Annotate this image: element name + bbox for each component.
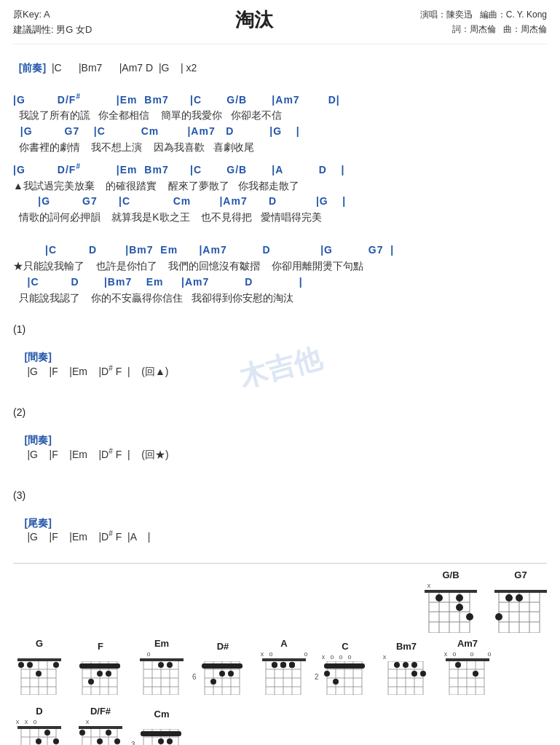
- numbered-section-1: (1) [間奏] |G |F |Em |D# F | (回▲): [13, 323, 547, 390]
- chord-diagram-dfsharp: D/F# x: [74, 706, 127, 745]
- lyric-composer-line: 詞：周杰倫 曲：周杰倫: [416, 22, 547, 36]
- svg-point-158: [97, 738, 103, 744]
- chord-name-gb: G/B: [442, 569, 459, 580]
- svg-point-23: [516, 594, 523, 602]
- chord-diagram-g: G: [13, 638, 66, 697]
- svg-point-24: [505, 594, 513, 602]
- svg-point-119: [411, 671, 417, 677]
- svg-point-36: [27, 662, 33, 668]
- svg-point-120: [403, 662, 409, 668]
- svg-point-75: [219, 671, 225, 677]
- numbered-section-3: (3) [尾奏] |G |F |Em |D# F |A |: [13, 489, 547, 555]
- chord-diagram-dsharp: D# 6: [197, 641, 249, 697]
- chord-diagram-d: D x x o: [13, 706, 66, 745]
- chord-diagram-bm7: Bm7 x: [380, 641, 433, 697]
- g7-string-markers: [494, 582, 547, 589]
- num-label-1: (1): [13, 323, 547, 335]
- svg-rect-49: [79, 663, 120, 669]
- num-label-3: (3): [13, 489, 547, 501]
- chord-line-1: |G D/F# |Em Bm7 |C G/B |Am7 D|: [13, 91, 547, 108]
- lyric-line-6: 只能說我認了 你的不安贏得你信住 我卻得到你安慰的淘汰: [13, 290, 547, 306]
- svg-point-172: [167, 738, 173, 744]
- chord-line-6: |C D |Bm7 Em |Am7 D |: [13, 275, 547, 290]
- svg-point-76: [228, 671, 234, 677]
- lyric-line-4: 情歌的詞何必押韻 就算我是K歌之王 也不見得把 愛情唱得完美: [13, 209, 547, 225]
- interlude-label-1: [間奏]: [25, 351, 52, 363]
- svg-point-37: [36, 671, 42, 677]
- key-info: 原Key: A 建議調性: 男G 女D: [13, 7, 92, 38]
- svg-rect-170: [141, 731, 181, 736]
- section-1: |G D/F# |Em Bm7 |C G/B |Am7 D| 我說了所有的謊 你…: [13, 91, 547, 155]
- num-content-3: [尾奏] |G |F |Em |D# F |A |: [13, 505, 547, 555]
- chord-diagram-c: C x o o o 2: [319, 641, 371, 697]
- chord-diagrams: G/B x: [13, 563, 547, 745]
- svg-rect-74: [202, 663, 242, 669]
- svg-point-93: [280, 662, 286, 668]
- svg-point-52: [88, 679, 94, 685]
- svg-point-106: [324, 671, 330, 677]
- svg-point-12: [456, 604, 463, 611]
- chord-line-3: |G D/F# |Em Bm7 |C G/B |A D |: [13, 161, 547, 178]
- num-content-2: [間奏] |G |F |Em |D# F | (回★): [13, 422, 547, 473]
- svg-point-143: [44, 730, 50, 736]
- outro-label: [尾奏]: [25, 517, 52, 529]
- header: 原Key: A 建議調性: 男G 女D 淘汰 演唱：陳奕迅 編曲：C. Y. K…: [13, 7, 547, 38]
- svg-point-156: [79, 730, 85, 736]
- chord-diagram-cm: Cm 3: [135, 709, 188, 745]
- lyric-line-2: 你書裡的劇情 我不想上演 因為我喜歡 喜劇收尾: [13, 139, 547, 155]
- chord-diagram-a: A x o o: [258, 638, 310, 697]
- interlude-label-2: [間奏]: [25, 434, 52, 446]
- svg-point-133: [473, 671, 478, 677]
- lyric-line-5: ★只能說我輸了 也許是你怕了 我們的回憶沒有皺摺 你卻用離開燙下句點: [13, 258, 547, 274]
- g7-grid: [494, 593, 547, 633]
- num-content-1: [間奏] |G |F |Em |D# F | (回▲): [13, 339, 547, 390]
- suggested-key: 建議調性: 男G 女D: [13, 23, 92, 38]
- svg-point-38: [53, 662, 59, 668]
- svg-point-63: [167, 662, 173, 668]
- song-title: 淘汰: [92, 7, 416, 33]
- svg-point-144: [36, 738, 42, 744]
- svg-point-62: [158, 662, 164, 668]
- chord-diagram-f: F: [74, 641, 127, 697]
- svg-point-50: [97, 671, 103, 677]
- numbered-section-2: (2) [間奏] |G |F |Em |D# F | (回★): [13, 406, 547, 473]
- svg-point-35: [18, 662, 24, 668]
- svg-point-132: [455, 662, 461, 668]
- intro-label: [前奏]: [19, 62, 46, 74]
- svg-point-10: [435, 594, 443, 602]
- original-key: 原Key: A: [13, 7, 92, 23]
- chord-name-g7: G7: [514, 569, 527, 580]
- svg-point-11: [456, 594, 463, 602]
- svg-point-13: [466, 613, 473, 620]
- svg-point-122: [420, 671, 426, 677]
- svg-rect-105: [324, 663, 365, 669]
- chord-line-4: |G G7 |C Cm |Am7 D |G |: [13, 194, 547, 209]
- svg-point-159: [114, 738, 120, 744]
- credits: 演唱：陳奕迅 編曲：C. Y. Kong 詞：周杰倫 曲：周杰倫: [416, 7, 547, 37]
- header-separator: [13, 44, 547, 44]
- chord-diagrams-bottom-row: G: [13, 638, 547, 745]
- svg-point-77: [210, 679, 216, 685]
- lyric-line-1: 我說了所有的謊 你全都相信 簡單的我愛你 你卻老不信: [13, 107, 547, 123]
- chord-diagram-em: Em o: [135, 638, 188, 697]
- svg-point-171: [158, 738, 164, 744]
- chord-diagram-g7: G7: [494, 569, 547, 635]
- svg-point-25: [495, 613, 502, 620]
- intro-line: [前奏] |C |Bm7 |Am7 D |G | x2: [13, 50, 547, 75]
- chord-diagrams-top-row: G/B x: [13, 569, 547, 635]
- lyric-line-3: ▲我試過完美放棄 的確很踏實 醒來了夢散了 你我都走散了: [13, 178, 547, 194]
- singer-line: 演唱：陳奕迅 編曲：C. Y. Kong: [416, 7, 547, 22]
- gb-string-markers: x: [425, 582, 477, 589]
- chord-diagram-am7: Am7 x o o o: [441, 638, 494, 697]
- svg-point-157: [106, 730, 111, 736]
- chord-diagram-gb: G/B x: [425, 569, 477, 635]
- svg-point-118: [394, 662, 400, 668]
- svg-point-92: [272, 662, 277, 668]
- svg-point-121: [411, 662, 417, 668]
- section-5: |C D |Bm7 Em |Am7 D |G G7 | ★只能說我輸了 也許是你…: [13, 243, 547, 306]
- svg-point-107: [333, 679, 339, 685]
- chord-line-2: |G G7 |C Cm |Am7 D |G |: [13, 124, 547, 139]
- svg-point-94: [289, 662, 295, 668]
- svg-point-145: [53, 738, 59, 744]
- section-3: |G D/F# |Em Bm7 |C G/B |A D | ▲我試過完美放棄 的…: [13, 161, 547, 225]
